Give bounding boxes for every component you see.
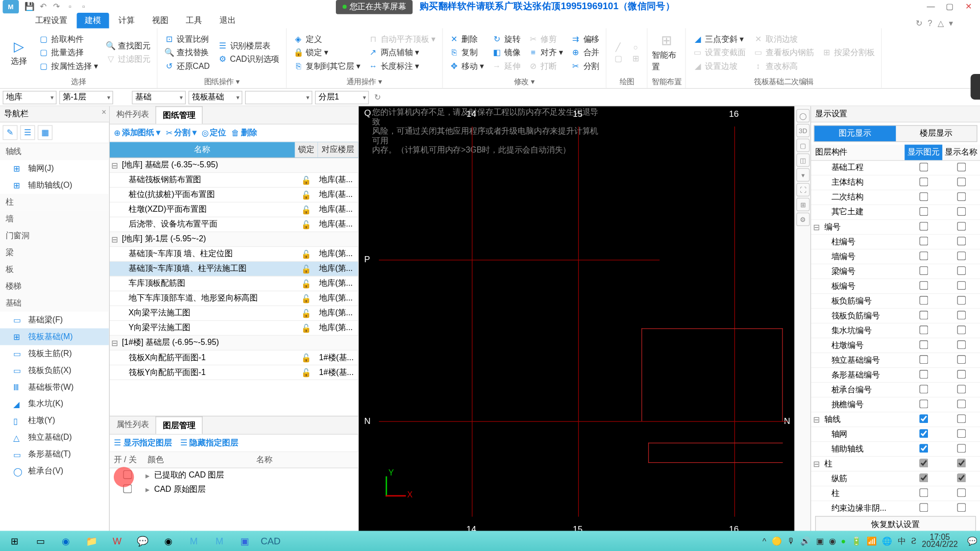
two-point-axis[interactable]: ↗两点辅轴 ▾: [366, 46, 438, 59]
nav-item[interactable]: ▭基础梁(F): [0, 312, 109, 329]
visibility-row[interactable]: 辅助轴线: [811, 442, 980, 457]
view-dropdown-icon[interactable]: ▾: [796, 168, 810, 182]
clock[interactable]: 17:052024/2/22: [922, 534, 958, 548]
visibility-row[interactable]: 柱墩编号: [811, 338, 980, 353]
select-tool[interactable]: ▷选择: [4, 30, 34, 76]
split-drawing[interactable]: ✂ 分割 ▾: [166, 127, 197, 138]
align[interactable]: ≡对齐 ▾: [526, 46, 566, 59]
find-element[interactable]: 🔍查找图元: [103, 39, 153, 52]
nav-category[interactable]: 基础: [0, 295, 109, 312]
nav-category[interactable]: 柱: [0, 194, 109, 211]
info-icon[interactable]: ?: [928, 19, 933, 28]
nav-item[interactable]: ◢集水坑(K): [0, 395, 109, 412]
set-scale[interactable]: ⊡设置比例: [162, 33, 212, 45]
mirror[interactable]: ◧镜像: [489, 46, 523, 59]
combo-category[interactable]: 基础: [132, 90, 185, 104]
settings-icon[interactable]: △: [938, 19, 944, 28]
app-icon-3[interactable]: M: [207, 532, 231, 549]
visibility-row[interactable]: 独立基础编号: [811, 353, 980, 368]
windows-taskbar[interactable]: ⊞ ▭ ◉ 📁 W 💬 ◉ M M ▣ CAD ^ 🟡 🎙 🔊 ▣ ◉ ● 🔋 …: [0, 531, 980, 551]
nav-item[interactable]: Ⅲ基础板带(W): [0, 379, 109, 395]
vh-show-name[interactable]: 显示名称: [942, 145, 980, 160]
drawing-row[interactable]: ⊟[地库] 第-1层 (-5.95~-2): [110, 232, 358, 247]
qat-undo-icon[interactable]: ↶: [38, 2, 48, 12]
drawing-canvas[interactable]: 您的计算机内存不足，请及时保存工程以防内存不足发生闪退导致 风险，可通过关闭其他…: [359, 106, 794, 537]
tab-floor-display[interactable]: 楼层显示: [896, 126, 977, 141]
split[interactable]: ✂分割: [569, 60, 602, 72]
nav-item[interactable]: ▭筏板负筋(X): [0, 362, 109, 379]
tray-5[interactable]: ◉: [829, 536, 836, 545]
edge-icon[interactable]: ◉: [54, 532, 78, 549]
nav-category[interactable]: 楼梯: [0, 278, 109, 295]
drawing-row[interactable]: 后浇带、设备坑布置平面🔓地库(基...: [110, 217, 358, 232]
delete-drawing[interactable]: 🗑 删除: [231, 127, 257, 138]
drawing-row[interactable]: 柱墩(XZD)平面布置图🔓地库(基...: [110, 203, 358, 217]
move[interactable]: ✥移动 ▾: [447, 60, 486, 72]
visibility-row[interactable]: 板编号: [811, 279, 980, 294]
visibility-row[interactable]: 条形基础编号: [811, 368, 980, 383]
nav-category[interactable]: 墙: [0, 211, 109, 228]
resize-grip[interactable]: [971, 74, 980, 99]
wps-icon[interactable]: W: [105, 532, 129, 549]
pick-component[interactable]: ▢拾取构件: [36, 33, 101, 45]
visibility-row[interactable]: 基础工程: [811, 161, 980, 176]
visibility-row[interactable]: 墙编号: [811, 249, 980, 264]
nav-item[interactable]: ⊞轴网(J): [0, 160, 109, 177]
tray-2[interactable]: 🎙: [787, 536, 795, 545]
copy-to-floor[interactable]: ⎘复制到其它层 ▾: [291, 60, 363, 72]
hide-layer[interactable]: ☰ 隐藏指定图层: [180, 437, 238, 448]
visibility-row[interactable]: ⊟柱: [811, 457, 980, 471]
drawing-row[interactable]: 基础筏板钢筋布置图🔓地库(基...: [110, 173, 358, 188]
delete[interactable]: ✕删除: [447, 33, 486, 45]
view-setting-icon[interactable]: ⚙: [796, 213, 810, 226]
drawing-row[interactable]: 筏板Y向配筋平面图-1🔓1#楼(基...: [110, 365, 358, 380]
wechat-icon[interactable]: 💬: [131, 532, 155, 549]
nav-tool-1[interactable]: ✎: [3, 125, 17, 140]
menu-calc[interactable]: 计算: [110, 13, 142, 28]
tray-up-icon[interactable]: ^: [763, 536, 766, 545]
offset[interactable]: ⇉偏移: [569, 33, 602, 45]
nav-tool-3[interactable]: ▦: [38, 125, 53, 140]
nav-item[interactable]: △独立基础(D): [0, 429, 109, 446]
dropdown-icon[interactable]: ▾: [949, 19, 953, 28]
app-icon-1[interactable]: ◉: [156, 532, 180, 549]
visibility-row[interactable]: 主体结构: [811, 176, 980, 190]
tray-3[interactable]: 🔊: [800, 536, 811, 545]
combo-refresh-icon[interactable]: ↻: [374, 92, 381, 102]
drawing-row[interactable]: 车库顶板配筋图🔓地库(第...: [110, 277, 358, 291]
combo-floor[interactable]: 第-1层: [59, 90, 113, 104]
tab-drawing-manage[interactable]: 图纸管理: [156, 106, 203, 123]
view-top-icon[interactable]: ▢: [796, 139, 810, 152]
lock[interactable]: 🔒锁定 ▾: [291, 46, 363, 59]
layer-row[interactable]: ▸ CAD 原始图层: [110, 483, 358, 497]
help-icon[interactable]: ↻: [916, 19, 922, 28]
drawing-row[interactable]: 基础顶~车库顶 墙、柱定位图🔓地库(第...: [110, 247, 358, 262]
locate-drawing[interactable]: ◎ 定位: [202, 127, 226, 138]
tab-attr-list[interactable]: 属性列表: [110, 416, 156, 434]
combo-layer[interactable]: 分层1: [315, 90, 369, 104]
menu-view[interactable]: 视图: [144, 13, 176, 28]
nav-item[interactable]: ⊞辅助轴线(O): [0, 177, 109, 194]
view-grid-icon[interactable]: ⊞: [796, 198, 810, 211]
menu-project[interactable]: 工程设置: [27, 13, 76, 28]
menu-modeling[interactable]: 建模: [77, 13, 109, 28]
combo-type[interactable]: 筏板基础: [188, 90, 242, 104]
visibility-row[interactable]: 柱: [811, 486, 980, 501]
visibility-row[interactable]: 柱编号: [811, 235, 980, 249]
batch-select[interactable]: ▢批量选择: [36, 46, 101, 59]
add-drawing[interactable]: ⊕ 添加图纸 ▾: [114, 127, 160, 138]
nav-item[interactable]: ▯柱墩(Y): [0, 412, 109, 429]
merge[interactable]: ⊕合并: [569, 46, 602, 59]
qat-save-icon[interactable]: 💾: [24, 2, 35, 12]
nav-item[interactable]: ⊞筏板基础(M): [0, 329, 109, 345]
cad-recognition-options[interactable]: ⚙CAD识别选项: [215, 53, 282, 66]
drawing-row[interactable]: ⊟[1#楼] 基础层 (-6.95~-5.95): [110, 336, 358, 350]
qat-redo-icon[interactable]: ↷: [51, 2, 62, 12]
tab-layer-manage[interactable]: 图层管理: [156, 416, 203, 434]
qat-more-icon[interactable]: ▫: [65, 2, 76, 12]
tray-1[interactable]: 🟡: [772, 536, 782, 545]
view-orbit-icon[interactable]: ◯: [796, 109, 810, 122]
tab-component-list[interactable]: 构件列表: [110, 106, 156, 123]
nav-category[interactable]: 门窗洞: [0, 228, 109, 244]
tray-net-icon[interactable]: 🌐: [882, 536, 892, 545]
